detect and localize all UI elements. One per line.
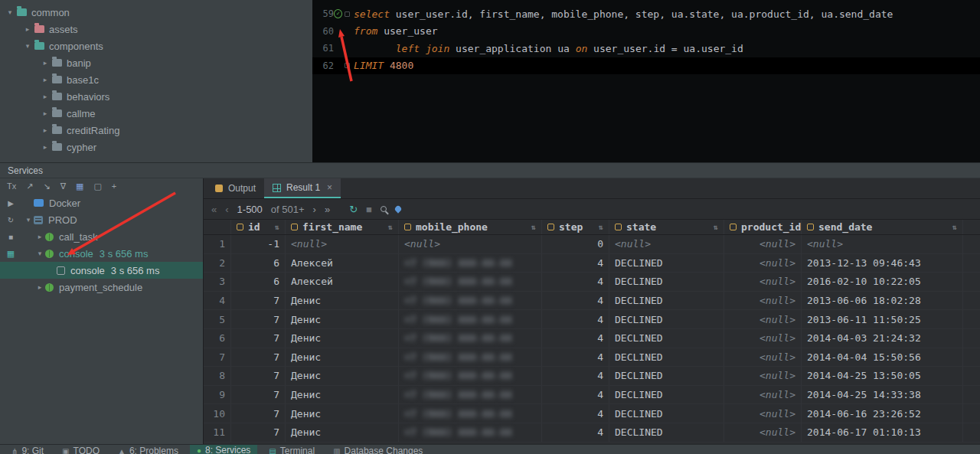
cell-id[interactable]: 7 <box>231 329 286 348</box>
chevron-icon[interactable]: ▾ <box>23 216 34 224</box>
chevron-icon[interactable]: ▸ <box>34 233 45 240</box>
cell-mobile_phone[interactable]: +7 (9XX) XXX-XX-XX <box>399 367 542 385</box>
cell-state[interactable]: DECLINED <box>609 404 724 423</box>
tree-item-callme[interactable]: ▸callme <box>0 105 312 122</box>
cell-step[interactable]: 4 <box>542 423 609 442</box>
statusbar-item-terminal[interactable]: ▤Terminal <box>262 445 322 454</box>
cell-state[interactable]: DECLINED <box>609 292 724 310</box>
row-number-cell[interactable]: 9 <box>204 386 231 404</box>
cell-state[interactable]: DECLINED <box>609 386 724 404</box>
cell-step[interactable]: 4 <box>542 273 609 291</box>
collapse-icon[interactable]: ↘ <box>43 182 50 191</box>
cell-step[interactable]: 4 <box>542 310 609 328</box>
cell-first_name[interactable]: Денис <box>286 367 399 385</box>
cell-send_date[interactable]: 2014-06-17 01:10:13 <box>802 423 963 442</box>
cell-state[interactable]: DECLINED <box>609 310 724 328</box>
cell-product_id[interactable]: <null> <box>724 310 802 328</box>
row-number-cell[interactable]: 7 <box>204 348 231 367</box>
chevron-icon[interactable]: ▸ <box>40 59 51 67</box>
cell-id[interactable]: 7 <box>231 386 286 404</box>
row-number-cell[interactable]: 8 <box>204 367 231 385</box>
cell-send_date[interactable]: 2014-04-25 13:50:05 <box>802 367 963 385</box>
expand-icon[interactable]: ↗ <box>26 182 33 191</box>
statusbar-item-9-git[interactable]: ⋔9: Git <box>5 445 51 454</box>
statusbar-item-todo[interactable]: ▣TODO <box>55 445 106 454</box>
cell-mobile_phone[interactable]: +7 (9XX) XXX-XX-XX <box>399 404 542 423</box>
cell-product_id[interactable]: <null> <box>724 404 802 423</box>
cell-mobile_phone[interactable]: <null> <box>399 235 542 253</box>
services-item-console[interactable]: ▾console3 s 656 ms <box>0 245 203 262</box>
cell-mobile_phone[interactable]: +7 (9XX) XXX-XX-XX <box>399 310 542 328</box>
cell-send_date[interactable]: 2014-04-03 21:24:32 <box>802 329 963 348</box>
cell-product_id[interactable]: <null> <box>724 386 802 404</box>
cell-mobile_phone[interactable]: +7 (9XX) XXX-XX-XX <box>399 254 542 273</box>
cell-id[interactable]: 7 <box>231 292 286 310</box>
tree-item-behaviors[interactable]: ▸behaviors <box>0 88 312 105</box>
cell-state[interactable]: DECLINED <box>609 273 724 291</box>
cell-mobile_phone[interactable]: +7 (9XX) XXX-XX-XX <box>399 348 542 367</box>
cell-mobile_phone[interactable]: +7 (9XX) XXX-XX-XX <box>399 292 542 310</box>
frame-icon[interactable]: ▢ <box>93 182 101 191</box>
tx-mode[interactable]: Tx <box>7 182 16 191</box>
statusbar-item-database-changes[interactable]: ▥Database Changes <box>326 445 430 454</box>
cell-step[interactable]: 4 <box>542 404 609 423</box>
cell-first_name[interactable]: Алексей <box>286 254 399 273</box>
cell-first_name[interactable]: <null> <box>286 235 399 253</box>
grid-row[interactable]: 67Денис+7 (9XX) XXX-XX-XX4DECLINED<null>… <box>204 329 980 348</box>
cell-step[interactable]: 4 <box>542 348 609 367</box>
tree-item-creditRating[interactable]: ▸creditRating <box>0 122 312 139</box>
cell-product_id[interactable]: <null> <box>724 329 802 348</box>
chevron-icon[interactable]: ▸ <box>22 25 33 33</box>
row-number-cell[interactable]: 11 <box>204 423 231 442</box>
cell-id[interactable]: 7 <box>231 348 286 367</box>
row-number-cell[interactable]: 6 <box>204 329 231 348</box>
run-icon[interactable]: ▶ <box>0 194 21 211</box>
statusbar-item-8-services[interactable]: ●8: Services <box>190 445 257 454</box>
row-number-cell[interactable]: 5 <box>204 310 231 328</box>
row-number-cell[interactable]: 1 <box>204 235 231 253</box>
tree-item-common[interactable]: ▾common <box>0 4 312 21</box>
filter-icon[interactable]: ∇ <box>60 182 66 191</box>
column-header-id[interactable]: id⇅ <box>231 220 286 234</box>
prev-page-button[interactable]: ‹ <box>225 204 228 215</box>
cell-product_id[interactable]: <null> <box>724 254 802 273</box>
tab-result-1[interactable]: Result 1× <box>264 178 341 198</box>
cell-first_name[interactable]: Денис <box>286 423 399 442</box>
chevron-icon[interactable]: ▸ <box>40 109 51 117</box>
grid-row[interactable]: 57Денис+7 (9XX) XXX-XX-XX4DECLINED<null>… <box>204 310 980 329</box>
column-header-mobile_phone[interactable]: mobile_phone⇅ <box>399 220 542 234</box>
column-header-state[interactable]: state⇅ <box>609 220 724 234</box>
cell-first_name[interactable]: Денис <box>286 329 399 348</box>
cell-step[interactable]: 4 <box>542 329 609 348</box>
sql-editor[interactable]: 59✓select user_user.id, first_name, mobi… <box>312 0 980 162</box>
grid-row[interactable]: 26Алексей+7 (9XX) XXX-XX-XX4DECLINED<nul… <box>204 254 980 273</box>
services-item-payment_schedule[interactable]: ▸payment_schedule <box>0 279 203 296</box>
tree-item-base1c[interactable]: ▸base1c <box>0 71 312 88</box>
grid-row[interactable]: 87Денис+7 (9XX) XXX-XX-XX4DECLINED<null>… <box>204 367 980 386</box>
editor-line-61[interactable]: 61 left join user_application ua on user… <box>312 40 980 57</box>
editor-line-59[interactable]: 59✓select user_user.id, first_name, mobi… <box>312 5 980 23</box>
row-number-cell[interactable]: 2 <box>204 254 231 273</box>
add-icon[interactable]: + <box>112 182 116 191</box>
row-number-cell[interactable]: 10 <box>204 404 231 423</box>
sort-icon[interactable]: ⇅ <box>599 223 603 231</box>
column-header-first_name[interactable]: first_name⇅ <box>286 220 399 234</box>
statusbar-item-6-problems[interactable]: ▲6: Problems <box>111 445 185 454</box>
tree-item-assets[interactable]: ▸assets <box>0 21 312 38</box>
cell-id[interactable]: 6 <box>231 254 286 273</box>
sort-icon[interactable]: ⇅ <box>714 223 718 231</box>
cell-id[interactable]: 7 <box>231 310 286 328</box>
cell-state[interactable]: DECLINED <box>609 423 724 442</box>
cell-id[interactable]: 7 <box>231 367 286 385</box>
row-number-cell[interactable]: 4 <box>204 292 231 310</box>
column-header-send_date[interactable]: send_date⇅ <box>802 220 963 234</box>
editor-line-62[interactable]: 62LIMIT 4800 <box>312 57 980 75</box>
grid-row[interactable]: 97Денис+7 (9XX) XXX-XX-XX4DECLINED<null>… <box>204 386 980 405</box>
column-header-product_id[interactable]: product_id⇅ <box>724 220 802 234</box>
sort-icon[interactable]: ⇅ <box>952 223 957 231</box>
row-number-cell[interactable]: 3 <box>204 273 231 291</box>
cell-send_date[interactable]: 2013-06-11 11:50:25 <box>802 310 963 328</box>
cell-step[interactable]: 4 <box>542 386 609 404</box>
tree-item-components[interactable]: ▾components <box>0 38 312 54</box>
last-page-button[interactable]: » <box>325 204 330 215</box>
